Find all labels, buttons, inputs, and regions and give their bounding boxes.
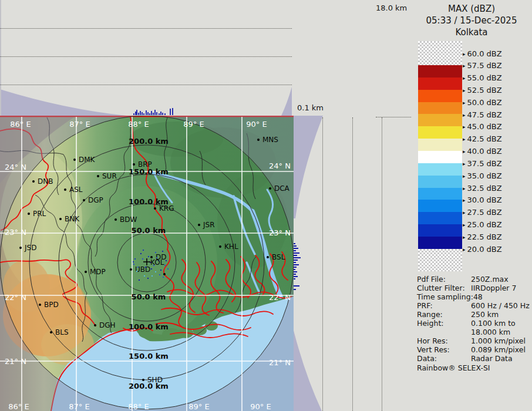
colorband: [418, 237, 462, 249]
city-label: SHD: [147, 376, 163, 384]
metadata-value: 1.000 km/pixel: [471, 336, 526, 345]
metadata-label: Hor Res:: [417, 336, 471, 345]
dbz-label: 60.0 dBZ: [467, 49, 502, 58]
city-label: JSD: [24, 244, 36, 252]
metadata-value: Radar Data: [471, 354, 513, 363]
metadata-label: Data:: [417, 354, 471, 363]
tick-arrow-icon: ▸: [463, 149, 466, 154]
echo-pixel: [142, 258, 143, 260]
city-dot: [115, 218, 117, 221]
city-label: BNK: [65, 215, 80, 223]
dbz-label-row: ▸57.5 dBZ: [463, 61, 502, 70]
tick-arrow-icon: ▸: [463, 173, 466, 179]
dbz-label-row: ▸30.0 dBZ: [463, 196, 502, 204]
metadata-row: Time sampling:48: [417, 292, 530, 301]
metadata-label: Clutter Filter:: [417, 284, 471, 292]
city-label: MDP: [90, 268, 106, 276]
echo-top-bar: [294, 276, 298, 277]
colorband-above-max: [418, 41, 462, 65]
echo-pixel: [136, 271, 137, 272]
range-ring-label: 50.0 km: [132, 226, 166, 235]
tick-arrow-icon: ▸: [463, 186, 466, 191]
echo-top-bar: [164, 113, 166, 115]
colorband: [418, 176, 462, 188]
metadata-value: 48: [473, 292, 483, 301]
right-echo-profile-bars: [294, 243, 301, 290]
max-height-label: 18.0 km: [376, 4, 407, 12]
echo-top-bar: [294, 243, 295, 244]
echo-pixel: [162, 251, 163, 252]
echo-top-bar: [294, 252, 299, 254]
city-dot: [163, 273, 166, 275]
graticule-label: 89° E: [188, 402, 209, 411]
map-graphics: 200.0 km150.0 km100.0 km50.0 km50.0 km10…: [0, 116, 294, 411]
city-label: ASL: [69, 186, 83, 194]
city-dot: [219, 245, 221, 248]
echo-top-bar: [294, 262, 296, 263]
colorband: [418, 151, 462, 163]
city-label: BRP: [138, 160, 152, 169]
height-gridline: [0, 56, 292, 57]
tick-arrow-icon: ▸: [463, 87, 466, 93]
metadata-row: Vert Res:0.089 km/pixel: [417, 345, 530, 354]
echo-pixel: [164, 265, 166, 266]
city-dot: [28, 213, 30, 215]
city-label: DNB: [38, 177, 53, 186]
tick-arrow-icon: ▸: [463, 112, 466, 118]
height-gridline: [352, 117, 353, 411]
dbz-label: 27.5 dBZ: [467, 208, 502, 217]
city-label: BLS: [55, 328, 69, 336]
scan-datetime: 05:33 / 15-Dec-2025: [411, 15, 532, 26]
dbz-label: 25.0 dBZ: [467, 220, 502, 229]
echo-top-bar: [162, 113, 163, 115]
echo-top-bar: [143, 113, 144, 115]
legend-panel: MAX (dBZ) 05:33 / 15-Dec-2025 Kolkata ▸6…: [411, 0, 532, 411]
dbz-label-row: ▸20.0 dBZ: [463, 245, 502, 254]
echo-pixel: [151, 268, 152, 269]
top-echo-profile-bars: [133, 108, 173, 115]
echo-top-bar: [294, 289, 296, 290]
dbz-label: 47.5 dBZ: [467, 110, 502, 119]
top-height-profile-panel: [0, 0, 294, 116]
echo-pixel: [148, 256, 149, 257]
metadata-row: Pdf File:250Z.max: [417, 275, 530, 284]
echo-pixel: [167, 268, 169, 269]
metadata-row: Clutter Filter:IIRDoppler 7: [417, 284, 530, 292]
range-ring-label: 200.0 km: [129, 137, 169, 146]
tick-arrow-icon: ▸: [463, 161, 466, 167]
colorband: [418, 126, 462, 139]
city-label: JSR: [203, 221, 215, 229]
tick-arrow-icon: ▸: [463, 247, 466, 252]
echo-pixel: [133, 261, 134, 262]
city-dot: [73, 159, 76, 161]
radar-app-window: 18.0 km 0.1 km: [0, 0, 532, 411]
graticule-label: 89° E: [183, 120, 204, 129]
colorband: [418, 139, 462, 151]
city-label: DGP: [88, 196, 103, 204]
tick-arrow-icon: ▸: [463, 197, 466, 203]
graticule-label: 87° E: [69, 120, 90, 129]
metadata-row: Data:Radar Data: [417, 354, 530, 363]
colorband: [418, 65, 462, 78]
echo-top-bar: [294, 260, 298, 261]
echo-pixel: [137, 267, 139, 268]
dbz-label-row: ▸40.0 dBZ: [463, 147, 502, 156]
graticule-label: 88° E: [128, 402, 149, 411]
dbz-label-row: ▸25.0 dBZ: [463, 220, 502, 229]
colorband: [418, 212, 462, 224]
city-label: BDW: [120, 215, 137, 224]
graticule-label: 21° N: [269, 358, 291, 367]
metadata-label: Vert Res:: [417, 345, 471, 354]
echo-pixel: [134, 258, 136, 260]
product-metadata: Pdf File:250Z.maxClutter Filter:IIRDoppl…: [417, 275, 530, 363]
height-gridline: [376, 117, 415, 117]
range-ring-label: 150.0 km: [129, 352, 169, 361]
right-height-profile-panel: [294, 116, 415, 411]
city-dot: [94, 324, 96, 326]
graticule-label: 24° N: [5, 163, 26, 171]
dbz-colorbar: [418, 41, 462, 271]
city-dot: [64, 188, 66, 191]
echo-pixel: [166, 260, 167, 261]
city-dot: [142, 379, 144, 381]
echo-top-bar: [294, 271, 297, 272]
